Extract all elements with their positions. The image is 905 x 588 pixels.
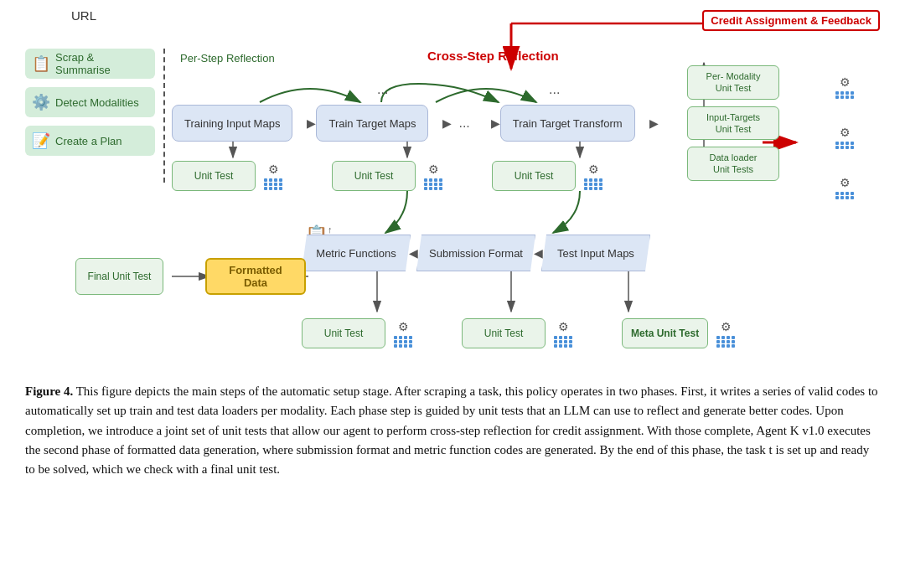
final-unit-test-box: Final Unit Test	[75, 258, 163, 295]
meta-unit-test: Meta Unit Test	[622, 318, 708, 348]
flow-train-target: Train Target Maps	[316, 105, 428, 142]
ellipsis-top-1: ...	[377, 82, 388, 97]
bottom-gear-dots-1: ⚙	[389, 320, 413, 348]
angled-arrow-2: ◀	[534, 246, 543, 260]
gear-icon-2: ⚙	[428, 162, 439, 177]
gear-icon-1: ⚙	[268, 162, 279, 177]
right-gear-col: ⚙ ⚙ ⚙	[835, 65, 855, 209]
bottom-gear-dots-2: ⚙	[549, 320, 573, 348]
right-gear-1: ⚙	[835, 65, 855, 109]
plan-icon: 📝	[32, 132, 50, 150]
gear-icon-3: ⚙	[588, 162, 599, 177]
sidebar-item-detect: ⚙️ Detect Modalities	[25, 87, 155, 117]
unit-test-3: Unit Test	[492, 161, 576, 191]
bottom-unit-test-1: Unit Test	[302, 318, 385, 348]
submission-format-box: Submission Format	[416, 235, 535, 271]
unit-test-row-1: Unit Test ⚙ Unit Test ⚙	[172, 161, 603, 191]
sidebar-label-detect: Detect Modalities	[55, 96, 139, 109]
dotted-separator	[163, 49, 165, 183]
ellipsis-top-2: ...	[549, 82, 560, 97]
dots-grid-1	[264, 178, 283, 190]
sidebar-item-scrap: 📋 Scrap & Summarise	[25, 49, 155, 79]
gear-dots-2: ⚙	[419, 162, 443, 190]
bottom-flow-area: Metric Functions ◀ Submission Format ◀ T…	[302, 235, 650, 271]
figure-label: Figure 4.	[25, 384, 73, 398]
credit-assignment-box: Credit Assignment & Feedback	[702, 10, 880, 31]
caption-area: Figure 4. This figure depicts the main s…	[25, 382, 880, 479]
gear-dots-3: ⚙	[579, 162, 603, 190]
flow-train-transform: Train Target Transform	[500, 105, 635, 142]
caption-text: This figure depicts the main steps of th…	[25, 384, 878, 476]
right-gear-3: ⚙	[835, 166, 855, 209]
sidebar-item-plan: 📝 Create a Plan	[25, 126, 155, 156]
right-unit-tests: Per- ModalityUnit Test Input-TargetsUnit…	[687, 65, 779, 181]
test-input-maps-box: Test Input Maps	[541, 235, 650, 271]
data-loader-unit-tests: Data loaderUnit Tests	[687, 147, 779, 181]
right-gear-2: ⚙	[835, 116, 855, 159]
unit-test-1: Unit Test	[172, 161, 256, 191]
metric-functions-box: Metric Functions	[302, 235, 411, 271]
sidebar: 📋 Scrap & Summarise ⚙️ Detect Modalities…	[25, 49, 155, 156]
url-label: URL	[71, 8, 96, 23]
bottom-gear-dots-3: ⚙	[711, 320, 736, 348]
bottom-unit-test-row: Unit Test ⚙ Unit Test ⚙	[302, 318, 736, 348]
main-flow-row: Training Input Maps Train Target Maps ..…	[172, 105, 659, 142]
flow-arrow-1	[292, 115, 316, 132]
flow-training-input: Training Input Maps	[172, 105, 292, 142]
dots-grid-2	[424, 178, 443, 190]
per-modality-unit-test: Per- ModalityUnit Test	[687, 65, 779, 100]
page-container: URL Credit Assignment & Feedback 📋 Scrap…	[0, 0, 905, 496]
angled-arrow-1: ◀	[409, 246, 418, 260]
flow-arrow-4	[635, 115, 659, 132]
detect-icon: ⚙️	[32, 93, 50, 111]
sidebar-label-scrap: Scrap & Summarise	[55, 51, 148, 76]
scrap-icon: 📋	[32, 54, 50, 73]
input-targets-unit-test: Input-TargetsUnit Test	[687, 106, 779, 141]
cross-step-reflection-label: Cross-Step Reflection	[427, 49, 559, 63]
flow-arrow-3	[477, 115, 500, 132]
per-step-reflection-label: Per-Step Reflection	[180, 52, 275, 64]
gear-dots-1: ⚙	[259, 162, 283, 190]
bottom-unit-test-2: Unit Test	[462, 318, 546, 348]
sidebar-label-plan: Create a Plan	[55, 135, 122, 147]
formatted-data-box: Formatted Data	[205, 258, 306, 295]
flow-arrow-2	[428, 115, 452, 132]
dots-grid-3	[584, 178, 603, 190]
diagram-area: URL Credit Assignment & Feedback 📋 Scrap…	[25, 8, 880, 369]
unit-test-2: Unit Test	[332, 161, 416, 191]
ellipsis-1: ...	[458, 116, 469, 131]
